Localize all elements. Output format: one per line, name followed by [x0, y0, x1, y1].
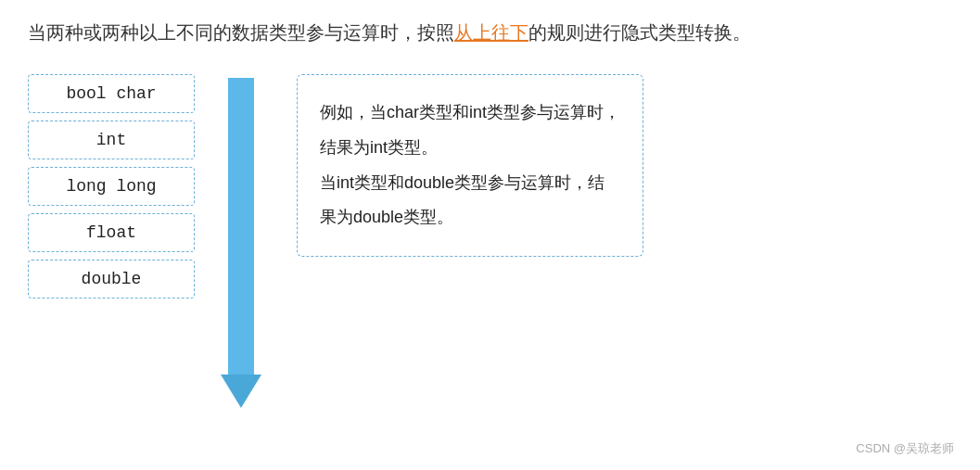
arrow-head	[221, 375, 261, 408]
type-box-float: float	[28, 213, 195, 252]
title-prefix: 当两种或两种以上不同的数据类型参与运算时，按照	[28, 22, 454, 43]
type-list: bool char int long long float double	[28, 74, 204, 299]
type-box-int: int	[28, 121, 195, 159]
description-line4: 果为double类型。	[320, 208, 453, 226]
main-area: bool char int long long float double 例如，…	[28, 74, 952, 408]
type-box-double: double	[28, 260, 195, 299]
description-line3: 当int类型和double类型参与运算时，结	[320, 173, 605, 192]
title-highlight: 从上往下	[454, 22, 528, 43]
title-suffix: 的规则进行隐式类型转换。	[528, 22, 751, 43]
description-line2: 结果为int类型。	[320, 138, 438, 157]
description-line1: 例如，当char类型和int类型参与运算时，	[320, 103, 620, 121]
title-row: 当两种或两种以上不同的数据类型参与运算时，按照从上往下的规则进行隐式类型转换。	[28, 19, 952, 46]
down-arrow	[204, 74, 278, 408]
arrow-shaft	[228, 78, 254, 375]
type-box-bool-char: bool char	[28, 74, 195, 113]
page-container: 当两种或两种以上不同的数据类型参与运算时，按照从上往下的规则进行隐式类型转换。 …	[0, 0, 980, 470]
watermark: CSDN @吴琼老师	[856, 440, 954, 457]
type-box-long-long: long long	[28, 167, 195, 206]
description-box: 例如，当char类型和int类型参与运算时， 结果为int类型。 当int类型和…	[297, 74, 643, 257]
